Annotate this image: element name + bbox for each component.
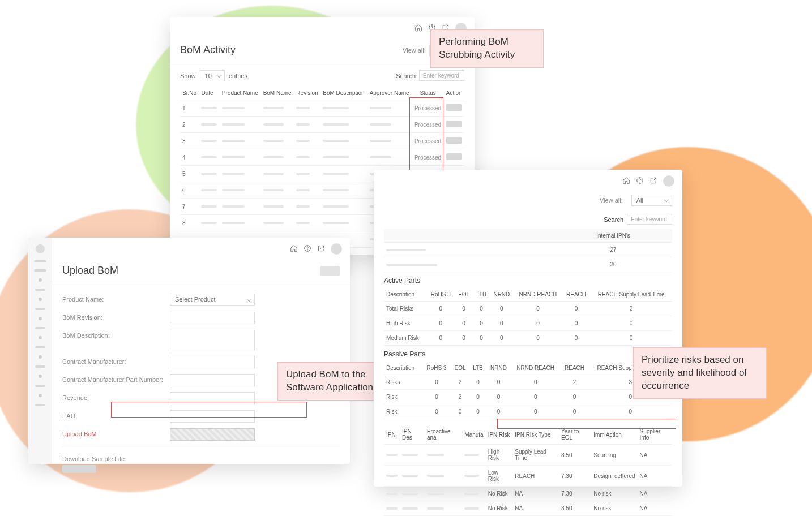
svg-point-5 (640, 182, 640, 183)
revenue-input[interactable] (170, 392, 255, 404)
home-icon[interactable] (290, 244, 298, 253)
passive-parts-table: DescriptionRoHS 3EOLLTBNRNDNRND REACHREA… (384, 362, 672, 419)
action-button[interactable] (446, 153, 462, 160)
avatar[interactable] (331, 243, 342, 255)
action-button[interactable] (446, 137, 462, 144)
description-input[interactable] (170, 330, 255, 350)
download-label: Download Sample File: (62, 453, 170, 462)
table-row: High RiskSupply Lead Time8.50SourcingNA (384, 445, 672, 466)
search-input[interactable]: Enter keyword (627, 214, 672, 225)
entries-control: Show 10 entries (180, 72, 247, 79)
avatar[interactable] (663, 175, 674, 187)
table-row: Medium Risk0000000 (384, 331, 672, 346)
table-row: 1Processed (180, 100, 464, 117)
eau-input[interactable] (170, 410, 255, 423)
sidebar (28, 238, 52, 464)
upload-bom-field[interactable] (170, 428, 255, 441)
search-label: Search (396, 72, 416, 79)
search-label: Search (604, 216, 623, 223)
title-action-button[interactable] (320, 266, 340, 276)
callout-risks: Prioritize risks based on severity and l… (633, 347, 767, 399)
action-button[interactable] (446, 121, 462, 127)
action-button[interactable] (446, 104, 462, 111)
product-select[interactable]: Select Product (170, 294, 255, 306)
summary-table: Internal IPN's 27 20 (384, 229, 672, 272)
table-row: No RiskNA7.30No riskNA (384, 487, 672, 501)
viewall-select[interactable]: All (631, 195, 672, 206)
search-input[interactable]: Enter keyword (419, 70, 464, 81)
upload-bom-label: Upload BoM (62, 428, 170, 437)
risk-detail-table: IPNIPN DesProactive anaManufaIPN RiskIPN… (384, 425, 672, 516)
revision-input[interactable] (170, 312, 255, 324)
table-row: Low RiskREACH7.30Design_defferedNA (384, 466, 672, 487)
cm-label: Contract Manufacturer: (62, 356, 170, 365)
help-icon[interactable] (304, 244, 311, 253)
page-title: BoM Activity (180, 44, 236, 56)
svg-point-3 (307, 250, 308, 251)
cmpn-label: Contract Manufacturer Part Number: (62, 374, 170, 383)
table-row: High Risk0000000 (384, 316, 672, 331)
table-row: Total Risks0000002 (384, 302, 672, 316)
topbar (170, 17, 475, 40)
home-icon[interactable] (414, 24, 422, 33)
external-link-icon[interactable] (317, 244, 325, 253)
table-row: Risk0200000 (384, 390, 672, 404)
home-icon[interactable] (622, 177, 630, 186)
active-parts-title: Active Parts (374, 272, 682, 288)
active-parts-table: DescriptionRoHS 3EOLLTBNRNDNRND REACHREA… (384, 288, 672, 346)
risk-card: View all: All Search Enter keyword Inter… (374, 170, 682, 487)
viewall-label: View all: (600, 197, 623, 204)
viewall-label: View all: (403, 47, 426, 54)
table-row: No RiskNA8.50No riskNA (384, 501, 672, 516)
description-label: BoM Description: (62, 330, 170, 339)
page-title: Upload BoM (62, 265, 118, 277)
table-row: Risks0200023 (384, 375, 672, 390)
table-row: 3Processed (180, 133, 464, 149)
revision-label: BoM Revision: (62, 312, 170, 321)
eau-label: EAU: (62, 410, 170, 419)
download-link[interactable] (62, 465, 96, 473)
help-icon[interactable] (636, 177, 644, 186)
cm-input[interactable] (170, 356, 255, 368)
revenue-label: Revenue: (62, 392, 170, 401)
table-row: 4Processed (180, 149, 464, 166)
external-link-icon[interactable] (649, 177, 657, 186)
table-row: Risk0000000 (384, 404, 672, 419)
table-row: 2Processed (180, 117, 464, 133)
callout-scrubbing: Performing BoM Scrubbing Activity (430, 29, 544, 68)
cmpn-input[interactable] (170, 374, 255, 386)
upload-bom-card: Upload BoM Product Name:Select Product B… (28, 238, 350, 464)
product-label: Product Name: (62, 294, 170, 303)
entries-select[interactable]: 10 (200, 70, 225, 81)
